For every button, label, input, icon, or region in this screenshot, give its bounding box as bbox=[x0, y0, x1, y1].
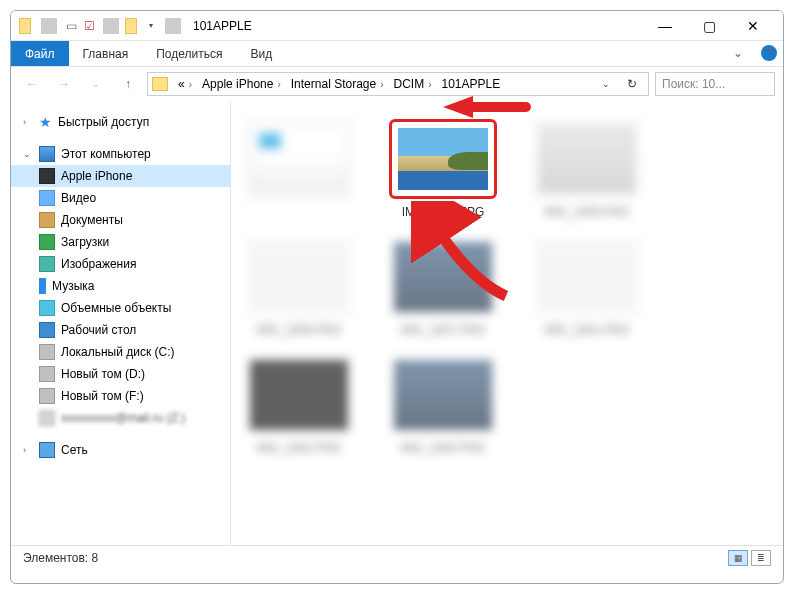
nav-local-c[interactable]: Локальный диск (C:) bbox=[11, 341, 230, 363]
tab-share[interactable]: Поделиться bbox=[142, 41, 236, 66]
search-input[interactable]: Поиск: 10... bbox=[655, 72, 775, 96]
minimize-button[interactable]: — bbox=[643, 12, 687, 40]
file-item[interactable]: IMG_1835.PNG bbox=[531, 119, 643, 219]
status-bar: Элементов: 8 ▦ ≣ bbox=[11, 545, 783, 569]
nav-video[interactable]: Видео bbox=[11, 187, 230, 209]
file-item[interactable]: IMG_1841.PNG bbox=[531, 237, 643, 337]
file-item[interactable] bbox=[243, 119, 355, 219]
quick-access-toolbar: ▭ ☑ ▾ bbox=[19, 18, 185, 34]
forward-button[interactable]: → bbox=[51, 71, 77, 97]
nav-new-d[interactable]: Новый том (D:) bbox=[11, 363, 230, 385]
tab-view[interactable]: Вид bbox=[236, 41, 286, 66]
file-item[interactable]: IMG_1837.PNG bbox=[387, 237, 499, 337]
breadcrumb-seg[interactable]: Internal Storage› bbox=[287, 77, 388, 91]
nav-new-f[interactable]: Новый том (F:) bbox=[11, 385, 230, 407]
help-icon[interactable]: ? bbox=[761, 45, 777, 61]
nav-desktop[interactable]: Рабочий стол bbox=[11, 319, 230, 341]
nav-music[interactable]: ♪Музыка bbox=[11, 275, 230, 297]
separator bbox=[41, 18, 57, 34]
view-mode-buttons: ▦ ≣ bbox=[728, 550, 771, 566]
nav-pictures[interactable]: Изображения bbox=[11, 253, 230, 275]
nav-network[interactable]: ›Сеть bbox=[11, 439, 230, 461]
tab-file[interactable]: Файл bbox=[11, 41, 69, 66]
properties-icon[interactable]: ▭ bbox=[63, 18, 79, 34]
breadcrumb[interactable]: «› Apple iPhone› Internal Storage› DCIM›… bbox=[147, 72, 649, 96]
breadcrumb-seg[interactable]: DCIM› bbox=[390, 77, 436, 91]
navigation-pane[interactable]: ›★Быстрый доступ ⌄Этот компьютер Apple i… bbox=[11, 101, 231, 545]
refresh-icon[interactable]: ↻ bbox=[620, 72, 644, 96]
up-button[interactable]: ↑ bbox=[115, 71, 141, 97]
view-details-button[interactable]: ≣ bbox=[751, 550, 771, 566]
titlebar: ▭ ☑ ▾ 101APPLE — ▢ ✕ bbox=[11, 11, 783, 41]
nav-mail-z[interactable]: xxxxxxxxx@mail.ru (Z:) bbox=[11, 407, 230, 429]
file-item[interactable]: IMG_1842.PNG bbox=[243, 355, 355, 455]
explorer-window: ▭ ☑ ▾ 101APPLE — ▢ ✕ Файл Главная Подели… bbox=[10, 10, 784, 584]
breadcrumb-seg[interactable]: Apple iPhone› bbox=[198, 77, 285, 91]
folder-icon bbox=[19, 18, 35, 34]
qat-dropdown-icon[interactable]: ▾ bbox=[143, 18, 159, 34]
folder-icon bbox=[125, 18, 141, 34]
tab-home[interactable]: Главная bbox=[69, 41, 143, 66]
nav-downloads[interactable]: Загрузки bbox=[11, 231, 230, 253]
window-title: 101APPLE bbox=[193, 19, 643, 33]
ribbon-expand-icon[interactable]: ⌄ bbox=[733, 46, 743, 60]
breadcrumb-seg[interactable]: 101APPLE bbox=[438, 77, 505, 91]
separator bbox=[103, 18, 119, 34]
nav-documents[interactable]: Документы bbox=[11, 209, 230, 231]
nav-this-pc[interactable]: ⌄Этот компьютер bbox=[11, 143, 230, 165]
checkbox-icon[interactable]: ☑ bbox=[81, 18, 97, 34]
file-item[interactable]: IMG_1836.PNG bbox=[243, 237, 355, 337]
breadcrumb-dropdown-icon[interactable]: ⌄ bbox=[594, 72, 618, 96]
nav-apple-iphone[interactable]: Apple iPhone bbox=[11, 165, 230, 187]
file-item[interactable]: IMG_1843.PNG bbox=[387, 355, 499, 455]
nav-quick-access[interactable]: ›★Быстрый доступ bbox=[11, 111, 230, 133]
close-button[interactable]: ✕ bbox=[731, 12, 775, 40]
content-pane[interactable]: IMG_1833.JPG IMG_1835.PNG IMG_1836.PNG I… bbox=[231, 101, 783, 545]
window-controls: — ▢ ✕ bbox=[643, 12, 775, 40]
breadcrumb-prefix[interactable]: «› bbox=[174, 77, 196, 91]
view-thumbnails-button[interactable]: ▦ bbox=[728, 550, 748, 566]
history-dropdown[interactable]: ⌄ bbox=[83, 71, 109, 97]
ribbon-tabs: Файл Главная Поделиться Вид ⌄ ? bbox=[11, 41, 783, 67]
separator bbox=[165, 18, 181, 34]
address-bar-row: ← → ⌄ ↑ «› Apple iPhone› Internal Storag… bbox=[11, 67, 783, 101]
item-count: Элементов: 8 bbox=[23, 551, 98, 565]
maximize-button[interactable]: ▢ bbox=[687, 12, 731, 40]
body: ›★Быстрый доступ ⌄Этот компьютер Apple i… bbox=[11, 101, 783, 545]
folder-icon bbox=[152, 77, 168, 91]
back-button[interactable]: ← bbox=[19, 71, 45, 97]
file-item-selected[interactable]: IMG_1833.JPG bbox=[387, 119, 499, 219]
nav-3d-objects[interactable]: Объемные объекты bbox=[11, 297, 230, 319]
